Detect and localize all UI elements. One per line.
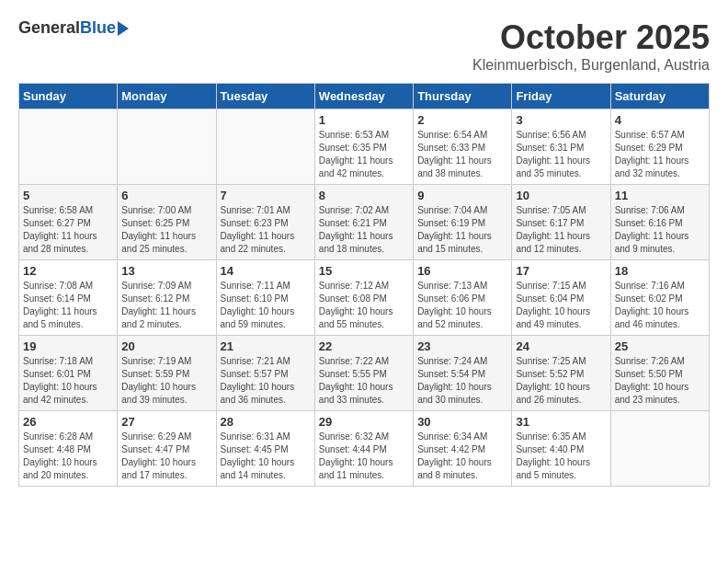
calendar-cell: 14Sunrise: 7:11 AM Sunset: 6:10 PM Dayli… [216,260,314,336]
calendar-cell: 19Sunrise: 7:18 AM Sunset: 6:01 PM Dayli… [19,336,118,411]
title-block: October 2025 Kleinmuerbisch, Burgenland,… [472,18,710,74]
day-info: Sunrise: 7:15 AM Sunset: 6:04 PM Dayligh… [516,280,606,331]
calendar-cell: 18Sunrise: 7:16 AM Sunset: 6:02 PM Dayli… [610,260,709,336]
calendar-cell: 10Sunrise: 7:05 AM Sunset: 6:17 PM Dayli… [512,185,610,260]
day-info: Sunrise: 7:04 AM Sunset: 6:19 PM Dayligh… [417,204,507,256]
logo: General Blue [18,18,129,38]
day-number: 7 [221,189,311,202]
logo-blue-text: Blue [80,18,116,38]
weekday-header: Tuesday [216,84,314,109]
day-info: Sunrise: 6:28 AM Sunset: 4:48 PM Dayligh… [23,431,113,482]
day-number: 29 [319,415,409,429]
weekday-header: Wednesday [314,84,413,109]
day-number: 6 [121,189,211,202]
calendar-table: SundayMondayTuesdayWednesdayThursdayFrid… [18,83,710,487]
day-number: 8 [319,189,409,202]
calendar-week-row: 26Sunrise: 6:28 AM Sunset: 4:48 PM Dayli… [19,411,710,487]
weekday-header: Sunday [19,84,118,109]
calendar-cell: 9Sunrise: 7:04 AM Sunset: 6:19 PM Daylig… [414,185,512,260]
day-number: 12 [23,264,113,278]
location-title: Kleinmuerbisch, Burgenland, Austria [472,57,710,74]
day-number: 2 [417,113,507,127]
day-number: 1 [319,113,409,127]
day-number: 5 [23,189,113,202]
day-info: Sunrise: 7:02 AM Sunset: 6:21 PM Dayligh… [319,204,409,256]
day-number: 17 [516,264,606,278]
day-number: 15 [319,264,409,278]
day-info: Sunrise: 6:56 AM Sunset: 6:31 PM Dayligh… [516,129,606,180]
day-number: 19 [23,339,113,353]
day-number: 26 [23,415,113,429]
day-info: Sunrise: 6:32 AM Sunset: 4:44 PM Dayligh… [319,431,409,482]
calendar-cell: 24Sunrise: 7:25 AM Sunset: 5:52 PM Dayli… [512,336,610,411]
calendar-cell: 17Sunrise: 7:15 AM Sunset: 6:04 PM Dayli… [512,260,610,336]
calendar-cell [19,109,118,185]
day-info: Sunrise: 6:35 AM Sunset: 4:40 PM Dayligh… [516,431,606,482]
day-info: Sunrise: 7:11 AM Sunset: 6:10 PM Dayligh… [221,280,311,331]
calendar-week-row: 5Sunrise: 6:58 AM Sunset: 6:27 PM Daylig… [19,185,710,260]
calendar-cell: 30Sunrise: 6:34 AM Sunset: 4:42 PM Dayli… [414,411,512,487]
day-info: Sunrise: 7:21 AM Sunset: 5:57 PM Dayligh… [221,355,311,407]
calendar-cell: 3Sunrise: 6:56 AM Sunset: 6:31 PM Daylig… [512,109,610,185]
weekday-header: Monday [118,84,216,109]
day-number: 4 [615,113,705,127]
calendar-cell: 4Sunrise: 6:57 AM Sunset: 6:29 PM Daylig… [610,109,709,185]
day-info: Sunrise: 7:01 AM Sunset: 6:23 PM Dayligh… [221,204,311,256]
day-number: 18 [615,264,705,278]
day-number: 25 [615,339,705,353]
day-number: 11 [615,189,705,202]
day-number: 31 [516,415,606,429]
day-info: Sunrise: 7:24 AM Sunset: 5:54 PM Dayligh… [417,355,507,407]
day-number: 30 [417,415,507,429]
weekday-header: Saturday [610,84,709,109]
day-info: Sunrise: 7:00 AM Sunset: 6:25 PM Dayligh… [121,204,211,256]
calendar-cell [118,109,216,185]
day-number: 27 [121,415,211,429]
day-number: 3 [516,113,606,127]
day-number: 20 [121,339,211,353]
calendar-cell: 31Sunrise: 6:35 AM Sunset: 4:40 PM Dayli… [512,411,610,487]
day-number: 13 [121,264,211,278]
day-info: Sunrise: 7:12 AM Sunset: 6:08 PM Dayligh… [319,280,409,331]
day-info: Sunrise: 7:08 AM Sunset: 6:14 PM Dayligh… [23,280,113,331]
calendar-week-row: 19Sunrise: 7:18 AM Sunset: 6:01 PM Dayli… [19,336,710,411]
calendar-cell: 5Sunrise: 6:58 AM Sunset: 6:27 PM Daylig… [19,185,118,260]
day-info: Sunrise: 6:57 AM Sunset: 6:29 PM Dayligh… [615,129,705,180]
calendar-cell: 21Sunrise: 7:21 AM Sunset: 5:57 PM Dayli… [216,336,314,411]
calendar-cell: 29Sunrise: 6:32 AM Sunset: 4:44 PM Dayli… [314,411,413,487]
day-info: Sunrise: 7:26 AM Sunset: 5:50 PM Dayligh… [615,355,705,407]
calendar-week-row: 12Sunrise: 7:08 AM Sunset: 6:14 PM Dayli… [19,260,710,336]
calendar-cell: 8Sunrise: 7:02 AM Sunset: 6:21 PM Daylig… [314,185,413,260]
day-info: Sunrise: 6:53 AM Sunset: 6:35 PM Dayligh… [319,129,409,180]
day-info: Sunrise: 6:34 AM Sunset: 4:42 PM Dayligh… [417,431,507,482]
logo-arrow-icon [118,21,129,36]
day-info: Sunrise: 7:22 AM Sunset: 5:55 PM Dayligh… [319,355,409,407]
day-number: 21 [221,339,311,353]
day-info: Sunrise: 6:31 AM Sunset: 4:45 PM Dayligh… [221,431,311,482]
day-info: Sunrise: 7:05 AM Sunset: 6:17 PM Dayligh… [516,204,606,256]
day-info: Sunrise: 6:54 AM Sunset: 6:33 PM Dayligh… [417,129,507,180]
day-info: Sunrise: 7:13 AM Sunset: 6:06 PM Dayligh… [417,280,507,331]
calendar-header-row: SundayMondayTuesdayWednesdayThursdayFrid… [19,84,710,109]
calendar-cell: 15Sunrise: 7:12 AM Sunset: 6:08 PM Dayli… [314,260,413,336]
day-number: 24 [516,339,606,353]
calendar-cell: 25Sunrise: 7:26 AM Sunset: 5:50 PM Dayli… [610,336,709,411]
calendar-week-row: 1Sunrise: 6:53 AM Sunset: 6:35 PM Daylig… [19,109,710,185]
day-number: 16 [417,264,507,278]
month-title: October 2025 [472,18,710,57]
day-info: Sunrise: 6:58 AM Sunset: 6:27 PM Dayligh… [23,204,113,256]
day-number: 28 [221,415,311,429]
calendar-cell: 27Sunrise: 6:29 AM Sunset: 4:47 PM Dayli… [118,411,216,487]
day-info: Sunrise: 6:29 AM Sunset: 4:47 PM Dayligh… [121,431,211,482]
calendar-cell: 11Sunrise: 7:06 AM Sunset: 6:16 PM Dayli… [610,185,709,260]
calendar-cell [610,411,709,487]
calendar-cell: 2Sunrise: 6:54 AM Sunset: 6:33 PM Daylig… [414,109,512,185]
day-info: Sunrise: 7:06 AM Sunset: 6:16 PM Dayligh… [615,204,705,256]
day-info: Sunrise: 7:18 AM Sunset: 6:01 PM Dayligh… [23,355,113,407]
calendar-cell [216,109,314,185]
calendar-cell: 12Sunrise: 7:08 AM Sunset: 6:14 PM Dayli… [19,260,118,336]
calendar-cell: 28Sunrise: 6:31 AM Sunset: 4:45 PM Dayli… [216,411,314,487]
calendar-cell: 1Sunrise: 6:53 AM Sunset: 6:35 PM Daylig… [314,109,413,185]
calendar-cell: 6Sunrise: 7:00 AM Sunset: 6:25 PM Daylig… [118,185,216,260]
calendar-cell: 16Sunrise: 7:13 AM Sunset: 6:06 PM Dayli… [414,260,512,336]
